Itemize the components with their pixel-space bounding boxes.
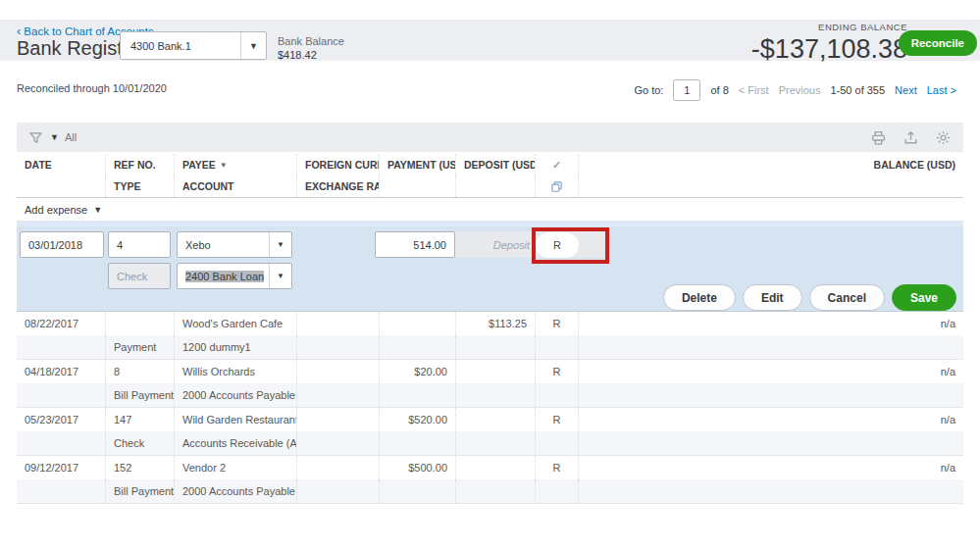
page-header: ‹Back to Chart of Accounts Bank Register… bbox=[0, 20, 980, 61]
cell-foreign-currency bbox=[296, 408, 379, 431]
cancel-button[interactable]: Cancel bbox=[809, 284, 885, 311]
cell-foreign-currency bbox=[296, 456, 379, 479]
cell-payee: Willis Orchards bbox=[174, 360, 296, 383]
export-icon[interactable] bbox=[903, 129, 919, 146]
last-page-link[interactable]: Last > bbox=[927, 84, 956, 96]
cell-deposit bbox=[455, 360, 535, 383]
gear-icon[interactable] bbox=[935, 129, 952, 146]
back-chevron-icon: ‹ bbox=[17, 24, 21, 38]
reconcile-button[interactable]: Reconcile bbox=[899, 30, 977, 56]
cell-date: 05/23/2017 bbox=[17, 408, 105, 431]
column-header-type[interactable]: TYPE bbox=[105, 175, 174, 197]
cell-balance: n/a bbox=[578, 360, 963, 383]
column-header-foreign-currency[interactable]: FOREIGN CURRENCY bbox=[296, 154, 379, 175]
cell-type: Bill Payment bbox=[105, 383, 174, 407]
reconcile-status-toggle[interactable]: R bbox=[536, 232, 579, 258]
table-row[interactable]: 09/12/2017 152 Vendor 2 $500.00 R n/a Bi… bbox=[17, 456, 963, 504]
first-page-link[interactable]: < First bbox=[739, 84, 769, 96]
cell-ref-no: 147 bbox=[105, 408, 174, 431]
add-expense-caret-icon: ▼ bbox=[93, 205, 102, 215]
payment-amount-field[interactable] bbox=[375, 231, 455, 258]
add-expense-label: Add expense bbox=[25, 204, 87, 216]
toolbar-actions bbox=[870, 129, 952, 146]
cell-deposit bbox=[455, 456, 535, 479]
column-header-deposit[interactable]: DEPOSIT (USD) bbox=[455, 154, 535, 175]
account-dropdown[interactable]: 2400 Bank Loan ▼ bbox=[177, 263, 292, 289]
cell-deposit bbox=[455, 408, 535, 431]
column-header-payee[interactable]: PAYEE▼ bbox=[174, 154, 296, 175]
add-expense-button[interactable]: Add expense ▼ bbox=[17, 198, 963, 222]
cell-ref-no: 8 bbox=[105, 360, 174, 383]
account-selector[interactable]: 4300 Bank.1 ▼ bbox=[120, 31, 267, 60]
cell-foreign-currency bbox=[296, 312, 379, 335]
table-row[interactable]: 08/22/2017 Wood's Garden Cafe $113.25 R … bbox=[17, 312, 963, 360]
column-header-balance[interactable]: BALANCE (USD) bbox=[578, 154, 963, 175]
cell-reconcile-status: R bbox=[535, 312, 578, 335]
cell-foreign-currency bbox=[296, 360, 379, 383]
bank-balance-label: Bank Balance bbox=[278, 34, 344, 48]
next-page-link[interactable]: Next bbox=[895, 84, 917, 96]
filter-label: All bbox=[65, 131, 77, 143]
table-row[interactable]: 04/18/2017 8 Willis Orchards $20.00 R n/… bbox=[17, 360, 963, 408]
cell-account: Accounts Receivable (A... bbox=[174, 431, 296, 455]
payee-dropdown[interactable]: Xebo ▼ bbox=[177, 231, 292, 258]
cell-ref-no: 152 bbox=[105, 456, 174, 479]
register-table: ▼ All DATE REF NO. PAYEE▼ FOREIGN CURR bbox=[17, 123, 963, 504]
cell-reconcile-status: R bbox=[535, 360, 578, 383]
reconciled-through-text: Reconciled through 10/01/2020 bbox=[17, 82, 167, 94]
column-header-exchange-rate[interactable]: EXCHANGE RATE bbox=[296, 175, 379, 197]
cell-payee: Wood's Garden Cafe bbox=[174, 312, 296, 335]
range-label: 1-50 of 355 bbox=[830, 84, 885, 96]
column-header-reconcile-check-icon[interactable]: ✓ bbox=[535, 154, 578, 175]
ending-balance-value: -$137,108.38 bbox=[751, 34, 907, 65]
deposit-field-disabled: Deposit bbox=[455, 231, 608, 258]
account-selector-value: 4300 Bank.1 bbox=[121, 40, 240, 52]
cell-deposit: $113.25 bbox=[455, 312, 535, 335]
delete-button[interactable]: Delete bbox=[663, 284, 736, 311]
cell-account: 2000 Accounts Payable bbox=[174, 479, 296, 503]
edit-action-buttons: Delete Edit Cancel Save bbox=[663, 284, 956, 311]
cell-ref-no bbox=[105, 312, 174, 335]
ref-no-field[interactable] bbox=[108, 231, 171, 258]
previous-page-link[interactable]: Previous bbox=[779, 84, 821, 96]
chevron-down-icon: ▼ bbox=[240, 32, 266, 59]
payee-header-label: PAYEE bbox=[182, 159, 216, 171]
cell-date: 08/22/2017 bbox=[17, 312, 105, 335]
transaction-edit-row: Xebo ▼ Deposit R 2400 Bank Loan ▼ Delete… bbox=[17, 222, 963, 311]
cell-type: Payment bbox=[105, 335, 174, 359]
deposit-placeholder: Deposit bbox=[455, 239, 530, 251]
cell-payment: $500.00 bbox=[379, 456, 455, 479]
go-to-label: Go to: bbox=[634, 84, 663, 96]
cell-reconcile-status: R bbox=[535, 408, 578, 431]
column-header-date[interactable]: DATE bbox=[17, 154, 105, 175]
cell-payment bbox=[379, 312, 455, 335]
page-number-input[interactable] bbox=[673, 79, 700, 101]
cell-payment: $20.00 bbox=[379, 360, 455, 383]
bank-balance: Bank Balance $418.42 bbox=[278, 34, 344, 62]
transaction-rows: 08/22/2017 Wood's Garden Cafe $113.25 R … bbox=[17, 311, 963, 504]
copy-icon[interactable] bbox=[535, 175, 578, 197]
column-header-ref-no[interactable]: REF NO. bbox=[105, 154, 174, 175]
cell-type: Bill Payment bbox=[105, 479, 174, 503]
cell-balance: n/a bbox=[578, 312, 963, 335]
cell-reconcile-status: R bbox=[535, 456, 578, 479]
cell-balance: n/a bbox=[578, 456, 963, 479]
print-icon[interactable] bbox=[870, 129, 887, 146]
edit-button[interactable]: Edit bbox=[743, 284, 802, 311]
filter-dropdown-caret-icon[interactable]: ▼ bbox=[50, 132, 59, 142]
payee-dropdown-value: Xebo bbox=[178, 239, 269, 251]
cell-payment: $520.00 bbox=[379, 408, 455, 431]
page-total-label: of 8 bbox=[710, 84, 728, 96]
cell-date: 09/12/2017 bbox=[17, 456, 105, 479]
cell-payee: Wild Garden Restaurant bbox=[174, 408, 296, 431]
save-button[interactable]: Save bbox=[892, 284, 956, 311]
cell-date: 04/18/2017 bbox=[17, 360, 105, 383]
column-header-payment[interactable]: PAYMENT (USD) bbox=[379, 154, 455, 175]
column-header-account[interactable]: ACCOUNT bbox=[174, 175, 296, 197]
table-row[interactable]: 05/23/2017 147 Wild Garden Restaurant $5… bbox=[17, 408, 963, 456]
cell-account: 2000 Accounts Payable bbox=[174, 383, 296, 407]
date-field[interactable] bbox=[20, 231, 104, 258]
payee-sort-caret-icon: ▼ bbox=[220, 161, 228, 170]
type-field-disabled bbox=[108, 263, 171, 289]
filter-funnel-icon[interactable] bbox=[28, 130, 43, 145]
